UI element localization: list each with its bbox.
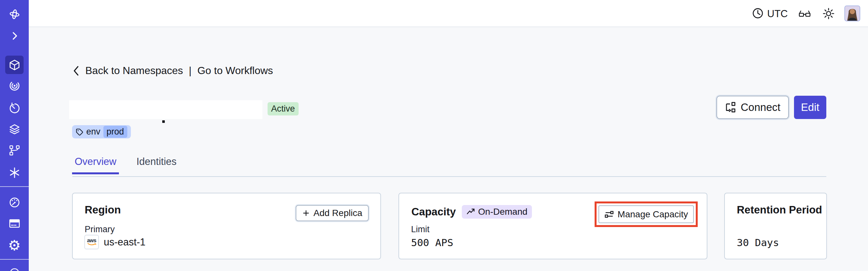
sidebar-expand-button[interactable] [0, 31, 29, 41]
connect-label: Connect [741, 101, 780, 114]
timezone-label[interactable]: UTC [767, 8, 788, 20]
breadcrumb: Back to Namespaces | Go to Workflows [72, 65, 273, 77]
add-replica-button[interactable]: Add Replica [296, 205, 369, 221]
settings-gear-icon: ⚙ [8, 238, 21, 252]
capacity-value: 500 APS [411, 237, 454, 248]
light-mode-icon [822, 7, 835, 20]
sidebar-item-namespaces[interactable] [5, 56, 24, 74]
connect-button[interactable]: Connect [716, 96, 789, 119]
retention-value: 30 Days [737, 237, 779, 248]
status-badge: Active [268, 102, 299, 116]
annotation-highlight-box: Manage Capacity [595, 202, 698, 227]
sidebar: ⚙ [0, 0, 29, 271]
usage-gauge-icon [8, 196, 21, 209]
namespace-tag[interactable]: env prod [72, 125, 131, 139]
task-queues-layers-icon [8, 123, 21, 136]
chevron-right-icon [10, 31, 20, 41]
help-partial-icon [9, 267, 20, 271]
deployments-branch-icon [8, 144, 21, 156]
aws-smile [87, 243, 96, 246]
glasses-icon [798, 8, 811, 20]
topbar: UTC [29, 0, 868, 27]
sidebar-item-nexus[interactable] [0, 167, 29, 179]
tag-value-chip: prod [103, 126, 127, 138]
tag-key: env [86, 127, 100, 137]
sidebar-item-help[interactable] [0, 267, 29, 271]
sidebar-item-schedules[interactable] [0, 102, 29, 115]
sidebar-item-settings[interactable]: ⚙ [0, 238, 29, 252]
capacity-card-title: Capacity [411, 206, 456, 218]
tab-identities[interactable]: Identities [134, 156, 179, 174]
aws-provider-icon: aws [84, 235, 99, 249]
back-to-namespaces-link[interactable]: Back to Namespaces [85, 65, 183, 77]
plus-icon [302, 209, 310, 217]
go-to-workflows-link[interactable]: Go to Workflows [197, 65, 273, 77]
app-root: ⚙ UTC [0, 0, 868, 271]
retention-card-title: Retention Period [737, 204, 822, 216]
tab-overview[interactable]: Overview [72, 156, 119, 174]
temporal-logo-icon[interactable] [0, 8, 29, 20]
schedules-timer-icon [8, 102, 21, 115]
trending-up-icon [466, 208, 475, 216]
sidebar-item-workflows[interactable] [0, 80, 29, 92]
aws-wordmark: aws [87, 238, 96, 243]
retention-card: Retention Period 30 Days [724, 193, 827, 259]
connect-flow-icon [725, 101, 737, 113]
namespace-name-redacted [69, 100, 262, 119]
sidebar-item-billing[interactable] [0, 217, 29, 230]
chevron-left-icon[interactable] [72, 65, 80, 76]
sidebar-item-deployments[interactable] [0, 144, 29, 156]
region-value: us-east-1 [104, 236, 146, 248]
sidebar-item-usage[interactable] [0, 196, 29, 209]
tabs-divider [72, 176, 826, 177]
theme-toggle-button[interactable] [822, 7, 835, 20]
on-demand-badge: On-Demand [462, 205, 532, 219]
clock-icon [752, 7, 764, 20]
namespaces-cube-icon [8, 59, 21, 71]
nexus-asterisk-icon [8, 167, 21, 179]
labs-toggle-button[interactable] [798, 8, 811, 20]
region-value-row: aws us-east-1 [84, 235, 146, 249]
workflows-spiral-icon [8, 80, 21, 92]
capacity-card-header: Capacity On-Demand [411, 205, 532, 219]
tab-bar: Overview Identities [72, 156, 179, 174]
sliders-icon [604, 210, 614, 219]
capacity-limit-label: Limit [411, 224, 430, 235]
manage-capacity-button[interactable]: Manage Capacity [598, 205, 694, 223]
region-card: Region Add Replica Primary aws us-east-1 [72, 193, 381, 259]
region-card-title: Region [85, 204, 121, 216]
sidebar-divider [0, 259, 29, 260]
edit-button[interactable]: Edit [794, 96, 826, 119]
sidebar-item-task-queues[interactable] [0, 123, 29, 136]
breadcrumb-separator: | [189, 65, 191, 77]
on-demand-label: On-Demand [478, 207, 528, 217]
avatar-image [845, 6, 860, 21]
region-primary-label: Primary [85, 224, 115, 235]
billing-card-icon [8, 217, 21, 230]
tag-icon [75, 128, 83, 136]
sidebar-divider [0, 186, 29, 187]
temporal-logo-glyph [8, 8, 21, 20]
avatar[interactable] [844, 5, 860, 21]
add-replica-label: Add Replica [313, 208, 362, 218]
capacity-card: Capacity On-Demand Manage Capacity Limit… [399, 193, 707, 259]
timezone-button[interactable] [752, 7, 764, 20]
namespace-name-artifact [162, 120, 165, 123]
manage-capacity-label: Manage Capacity [618, 209, 688, 219]
